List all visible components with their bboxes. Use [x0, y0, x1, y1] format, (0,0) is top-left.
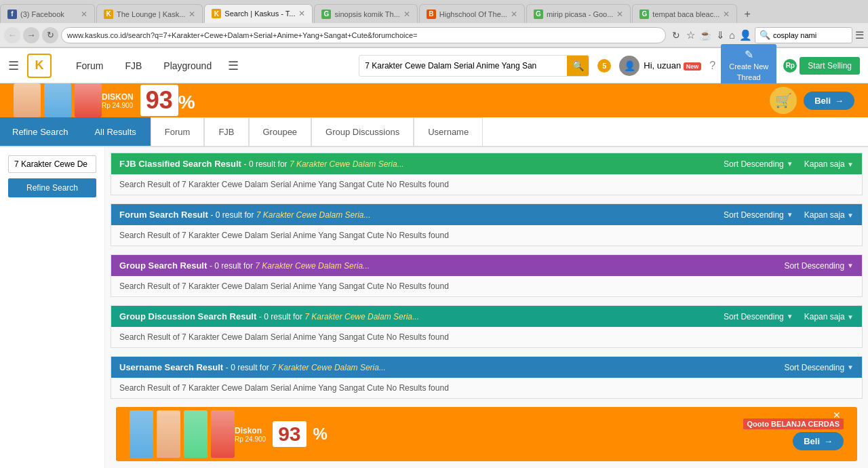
tab-tempat[interactable]: G tempat baca bleac... ✕	[632, 4, 737, 23]
ad-percent: 93	[273, 421, 306, 447]
tab-close-icon[interactable]: ✕	[298, 9, 305, 18]
username-sort-button[interactable]: Sort Descending ▼	[784, 363, 854, 372]
tab-mirip[interactable]: G mirip picasa - Goo... ✕	[526, 4, 631, 23]
bottom-advertisement: Diskon Rp 24.900 93 % Qooto BELANJA CERD…	[116, 407, 857, 461]
tab-lounge[interactable]: K The Lounge | Kask... ✕	[96, 4, 203, 23]
nav-more-icon[interactable]: ☰	[222, 58, 244, 73]
banner-person-1	[14, 83, 41, 117]
create-thread-icon: ✎	[729, 48, 768, 62]
search-icon: 🔍	[760, 30, 770, 40]
group-discussion-sort-button[interactable]: Sort Descending ▼	[724, 312, 793, 321]
reload-button[interactable]: ↻	[42, 27, 58, 43]
ad-person-1	[130, 410, 153, 458]
username-result-section: Username Search Result - 0 result for 7 …	[111, 356, 863, 399]
group-result-body: Search Result of 7 Karakter Cewe Dalam S…	[111, 276, 862, 296]
browser-search-wrap: 🔍	[755, 27, 852, 43]
tab-fjb[interactable]: FJB	[204, 117, 248, 146]
banner-diskon-label: DISKON	[102, 92, 134, 102]
tab-group-discussions[interactable]: Group Discussions	[311, 117, 414, 146]
help-icon[interactable]: ?	[709, 60, 715, 72]
browser-search-input[interactable]	[773, 31, 848, 39]
group-discussion-kapan-button[interactable]: Kapan saja ▼	[804, 312, 854, 321]
notification-badge[interactable]: 5	[597, 59, 611, 73]
tab-close-icon[interactable]: ✕	[189, 9, 195, 19]
action-buttons: ✎ Create New Thread Rp Start Selling	[721, 44, 860, 87]
kapan-dropdown-icon: ▼	[847, 161, 854, 168]
tab-forum[interactable]: Forum	[151, 117, 205, 146]
sidebar-refine-button[interactable]: Refine Search	[8, 178, 96, 197]
tab-highschool-label: Highschool Of The...	[439, 10, 507, 18]
forum-kapan-button[interactable]: Kapan saja ▼	[804, 210, 854, 220]
group-discussion-result-section: Group Discussion Search Result - 0 resul…	[111, 305, 863, 348]
nav-playground[interactable]: Playground	[153, 48, 222, 83]
ad-person-2	[157, 410, 180, 458]
fjb-sort-button[interactable]: Sort Descending ▼	[724, 159, 793, 169]
star-icon[interactable]: ☆	[686, 29, 695, 41]
tab-close-icon[interactable]: ✕	[403, 9, 410, 19]
group-sort-button[interactable]: Sort Descending ▼	[784, 261, 854, 271]
tab-username[interactable]: Username	[414, 117, 483, 146]
shield-icon[interactable]: ☕	[699, 29, 712, 41]
forum-result-header: Forum Search Result - 0 result for 7 Kar…	[111, 204, 862, 225]
tab-close-icon[interactable]: ✕	[511, 9, 517, 19]
sidebar-search-input[interactable]	[8, 155, 96, 173]
tab-highschool[interactable]: B Highschool Of The... ✕	[419, 4, 525, 23]
highschool-favicon: B	[427, 9, 436, 19]
nav-fjb[interactable]: FJB	[114, 48, 153, 83]
hamburger-icon[interactable]: ☰	[8, 58, 19, 73]
ad-person-4	[211, 410, 235, 458]
back-button[interactable]: ←	[4, 27, 20, 43]
username-result-header: Username Search Result - 0 result for 7 …	[111, 357, 862, 378]
forum-sort-button[interactable]: Sort Descending ▼	[724, 210, 793, 220]
tab-sinopsis[interactable]: G sinopsis komik Th... ✕	[314, 4, 417, 23]
fjb-result-title: FJB Classified Search Result - 0 result …	[119, 159, 404, 169]
tab-groupee[interactable]: Groupee	[249, 117, 312, 146]
forum-result-body: Search Result of 7 Karakter Cewe Dalam S…	[111, 225, 862, 246]
nav-search-button[interactable]: 🔍	[567, 55, 589, 77]
menu-icon[interactable]: ☰	[855, 29, 864, 41]
tab-facebook[interactable]: f (3) Facebook ✕	[0, 4, 95, 23]
tab-close-icon[interactable]: ✕	[81, 9, 87, 19]
nav-forum[interactable]: Forum	[65, 48, 114, 83]
url-input[interactable]	[61, 27, 666, 43]
group-discussion-result-title: Group Discussion Search Result - 0 resul…	[119, 311, 419, 321]
tab-all-results[interactable]: All Results	[80, 117, 150, 146]
refine-search-button[interactable]: Refine Search	[0, 117, 80, 146]
nav-search-wrap: 🔍	[359, 55, 589, 77]
search-tabs-bar: Refine Search All Results Forum FJB Grou…	[0, 117, 868, 147]
ad-brand: Qooto BELANJA CERDAS	[743, 418, 844, 429]
nav-links: Forum FJB Playground ☰	[65, 48, 359, 83]
new-tab-button[interactable]: +	[738, 5, 755, 23]
ad-price: Rp 24.900	[235, 435, 266, 443]
tab-close-icon[interactable]: ✕	[616, 9, 623, 19]
banner-images	[14, 83, 102, 117]
nav-search-input[interactable]	[359, 61, 567, 71]
banner-person-2	[44, 83, 71, 117]
create-thread-button[interactable]: ✎ Create New Thread	[721, 44, 776, 87]
browser-chrome: f (3) Facebook ✕ K The Lounge | Kask... …	[0, 0, 868, 48]
results-area: FJB Classified Search Result - 0 result …	[105, 147, 868, 468]
start-selling-button[interactable]: Start Selling	[800, 57, 860, 75]
username-result-body: Search Result of 7 Karakter Cewe Dalam S…	[111, 378, 862, 398]
avatar-icon: 👤	[624, 60, 635, 71]
tab-search-label: Search | Kaskus - T...	[224, 9, 295, 18]
kaskus-logo[interactable]: K	[27, 54, 52, 78]
group-discussion-sort-wrap: Sort Descending ▼ Kapan saja ▼	[724, 312, 854, 321]
banner-beli-button[interactable]: Beli →	[804, 92, 854, 110]
forward-button[interactable]: →	[23, 27, 39, 43]
browser-toolbar-icons: ☆ ☕ ⇓ ⌂ 👤	[686, 29, 752, 41]
banner-icon: 🛒	[770, 87, 797, 114]
download-icon[interactable]: ⇓	[716, 29, 725, 41]
home-icon[interactable]: ⌂	[729, 29, 735, 41]
ad-beli-button[interactable]: Beli →	[793, 432, 844, 450]
nav-right: 5 👤 Hi, uzuan New ?	[597, 56, 715, 76]
user-icon[interactable]: 👤	[739, 29, 752, 41]
ad-percent-suffix: %	[313, 425, 328, 444]
tab-close-icon[interactable]: ✕	[723, 9, 730, 19]
ad-close-button[interactable]: ✕	[833, 410, 841, 421]
kapan-dropdown-icon: ▼	[847, 212, 854, 219]
fjb-kapan-button[interactable]: Kapan saja ▼	[804, 159, 854, 169]
reload-icon[interactable]: ↻	[669, 28, 684, 43]
tab-search[interactable]: K Search | Kaskus - T... ✕	[204, 4, 313, 23]
sort-dropdown-icon: ▼	[787, 160, 793, 168]
